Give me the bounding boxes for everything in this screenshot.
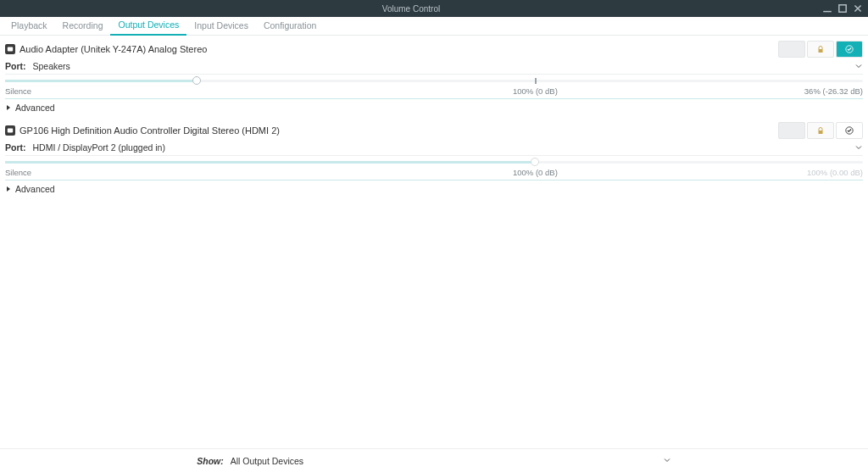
device-name: Audio Adapter (Unitek Y-247A) Analog Ste…	[19, 44, 778, 54]
output-device: GP106 High Definition Audio Controller D…	[0, 117, 868, 198]
lock-channels-button[interactable]	[807, 41, 834, 58]
slider-underline	[5, 180, 863, 180]
slider-silence-label: Silence	[5, 168, 31, 177]
show-label: Show:	[197, 456, 224, 466]
slider-current-label: 36% (-26.32 dB)	[804, 86, 863, 96]
audio-card-icon	[5, 125, 15, 136]
volume-slider[interactable]: Silence 100% (0 dB) 100% (0.00 dB)	[5, 158, 863, 180]
port-select[interactable]: HDMI / DisplayPort 2 (plugged in)	[33, 142, 855, 153]
device-action-buttons	[778, 122, 863, 139]
svg-rect-5	[819, 130, 823, 134]
tab-output-devices[interactable]: Output Devices	[110, 16, 186, 36]
show-filter-value: All Output Devices	[231, 456, 663, 466]
port-select[interactable]: Speakers	[33, 60, 855, 72]
show-filter-select[interactable]: All Output Devices	[231, 456, 671, 466]
chevron-down-icon	[854, 62, 863, 70]
port-label: Port:	[5, 61, 26, 71]
window-minimize-button[interactable]	[822, 3, 832, 14]
slider-thumb[interactable]	[192, 76, 201, 85]
svg-rect-4	[8, 129, 13, 133]
tab-bar: Playback Recording Output Devices Input …	[0, 17, 868, 36]
slider-labels: Silence 100% (0 dB) 100% (0.00 dB)	[5, 168, 863, 178]
device-header: Audio Adapter (Unitek Y-247A) Analog Ste…	[5, 39, 863, 59]
device-list: Audio Adapter (Unitek Y-247A) Analog Ste…	[0, 36, 868, 448]
slider-100-label: 100% (0 dB)	[513, 86, 558, 96]
volume-slider[interactable]: Silence 100% (0 dB) 36% (-26.32 dB)	[5, 76, 863, 98]
mute-button[interactable]	[778, 122, 805, 139]
port-label: Port:	[5, 142, 26, 153]
tab-recording[interactable]: Recording	[55, 17, 111, 35]
device-name: GP106 High Definition Audio Controller D…	[19, 125, 778, 136]
port-selector-row: Port: HDMI / DisplayPort 2 (plugged in)	[5, 141, 863, 156]
slider-labels: Silence 100% (0 dB) 36% (-26.32 dB)	[5, 86, 863, 97]
device-header: GP106 High Definition Audio Controller D…	[5, 120, 863, 141]
output-device: Audio Adapter (Unitek Y-247A) Analog Ste…	[0, 36, 868, 117]
window-maximize-button[interactable]	[837, 3, 848, 14]
slider-100-tick	[535, 78, 537, 84]
lock-channels-button[interactable]	[807, 122, 834, 139]
advanced-label: Advanced	[15, 103, 55, 113]
svg-rect-0	[839, 5, 846, 12]
caret-right-icon	[5, 184, 12, 194]
window-buttons	[822, 3, 868, 14]
device-action-buttons	[778, 41, 863, 58]
tab-playback[interactable]: Playback	[3, 17, 55, 35]
slider-thumb[interactable]	[531, 158, 539, 166]
caret-right-icon	[5, 103, 12, 113]
chevron-down-icon	[854, 143, 863, 152]
port-selector-row: Port: Speakers	[5, 59, 863, 75]
set-default-button[interactable]	[836, 41, 863, 58]
advanced-expander[interactable]: Advanced	[5, 98, 863, 117]
slider-underline	[5, 98, 863, 99]
slider-100-label: 100% (0 dB)	[513, 168, 558, 177]
window-close-button[interactable]	[853, 3, 863, 14]
mute-button[interactable]	[778, 41, 805, 58]
chevron-down-icon	[663, 456, 671, 466]
advanced-expander[interactable]: Advanced	[5, 180, 863, 198]
window-title: Volume Control	[0, 4, 822, 14]
audio-card-icon	[5, 44, 15, 54]
svg-rect-1	[8, 47, 13, 52]
slider-track	[5, 80, 863, 82]
slider-current-label: 100% (0.00 dB)	[807, 168, 863, 177]
slider-track	[5, 161, 863, 164]
svg-rect-2	[819, 49, 823, 53]
footer-bar: Show: All Output Devices	[0, 448, 868, 472]
advanced-label: Advanced	[15, 184, 55, 194]
slider-silence-label: Silence	[5, 86, 31, 96]
tab-input-devices[interactable]: Input Devices	[186, 17, 256, 35]
set-default-button[interactable]	[836, 122, 863, 139]
tab-configuration[interactable]: Configuration	[256, 17, 324, 35]
window-titlebar: Volume Control	[0, 0, 868, 17]
